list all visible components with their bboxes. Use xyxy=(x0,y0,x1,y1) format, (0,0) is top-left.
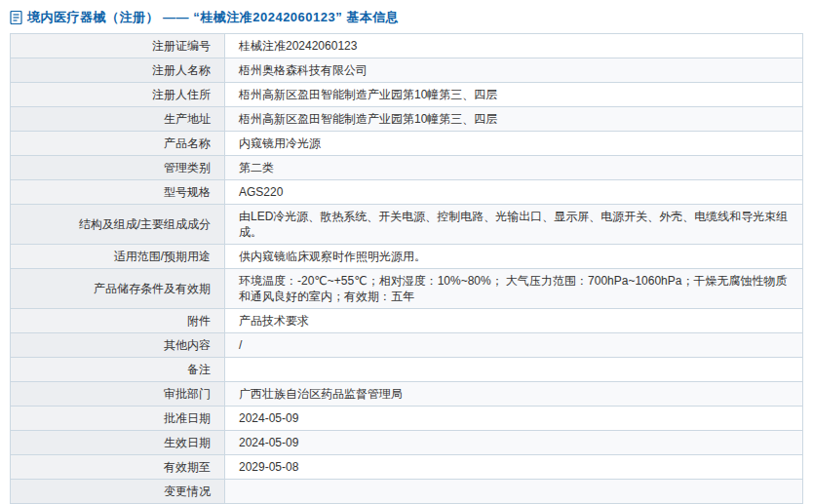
row-value: AGS220 xyxy=(225,180,803,205)
table-row: 型号规格AGS220 xyxy=(11,180,803,205)
table-row: 注册人住所梧州高新区盈田智能制造产业园第10幢第三、四层 xyxy=(11,83,803,107)
table-row: 生产地址梧州高新区盈田智能制造产业园第10幢第三、四层 xyxy=(11,107,803,132)
table-row: 生效日期2024-05-09 xyxy=(11,431,803,455)
row-value: 梧州高新区盈田智能制造产业园第10幢第三、四层 xyxy=(225,83,803,107)
row-label: 适用范围/预期用途 xyxy=(11,245,225,269)
row-label: 其他内容 xyxy=(11,333,225,358)
row-value: 2024-05-09 xyxy=(225,431,803,455)
row-label: 有效期至 xyxy=(11,455,225,480)
table-row: 产品储存条件及有效期环境温度：-20℃~+55℃；相对湿度：10%~80%； 大… xyxy=(11,269,803,309)
table-row: 产品名称内窥镜用冷光源 xyxy=(11,132,803,156)
row-value: 由LED冷光源、散热系统、开关电源、控制电路、光输出口、显示屏、电源开关、外壳、… xyxy=(225,205,803,245)
table-row: 适用范围/预期用途供内窥镜临床观察时作照明光源用。 xyxy=(11,245,803,269)
row-value: 2029-05-08 xyxy=(225,455,803,480)
row-label: 附件 xyxy=(11,309,225,333)
row-value: 第二类 xyxy=(225,156,803,180)
table-row: 备注 xyxy=(11,358,803,382)
table-row: 管理类别第二类 xyxy=(11,156,803,180)
row-label: 生产地址 xyxy=(11,107,225,132)
row-value: 环境温度：-20℃~+55℃；相对湿度：10%~80%； 大气压力范围：700h… xyxy=(225,269,803,309)
row-label: 变更情况 xyxy=(11,480,225,504)
row-value: 桂械注准20242060123 xyxy=(225,34,803,58)
page-header: 境内医疗器械（注册） —— “桂械注准20242060123” 基本信息 xyxy=(0,0,813,33)
row-label: 审批部门 xyxy=(11,382,225,407)
row-label: 注册人名称 xyxy=(11,58,225,83)
info-table-body: 注册证编号桂械注准20242060123注册人名称梧州奥格森科技有限公司注册人住… xyxy=(11,34,803,504)
row-value: 广西壮族自治区药品监督管理局 xyxy=(225,382,803,407)
table-row: 其他内容/ xyxy=(11,333,803,358)
row-label: 产品名称 xyxy=(11,132,225,156)
row-label: 管理类别 xyxy=(11,156,225,180)
row-value: / xyxy=(225,333,803,358)
row-value: 梧州奥格森科技有限公司 xyxy=(225,58,803,83)
row-value: 2024-05-09 xyxy=(225,407,803,431)
page-title: 境内医疗器械（注册） —— “桂械注准20242060123” 基本信息 xyxy=(27,9,399,26)
row-value: 内窥镜用冷光源 xyxy=(225,132,803,156)
table-row: 变更情况 xyxy=(11,480,803,504)
row-label: 生效日期 xyxy=(11,431,225,455)
row-label: 批准日期 xyxy=(11,407,225,431)
row-value: 梧州高新区盈田智能制造产业园第10幢第三、四层 xyxy=(225,107,803,132)
row-value: 产品技术要求 xyxy=(225,309,803,333)
row-label: 注册人住所 xyxy=(11,83,225,107)
registration-info-table: 注册证编号桂械注准20242060123注册人名称梧州奥格森科技有限公司注册人住… xyxy=(10,33,803,504)
row-value xyxy=(225,358,803,382)
table-row: 注册证编号桂械注准20242060123 xyxy=(11,34,803,58)
table-row: 审批部门广西壮族自治区药品监督管理局 xyxy=(11,382,803,407)
row-label: 备注 xyxy=(11,358,225,382)
row-value xyxy=(225,480,803,504)
row-label: 结构及组成/主要组成成分 xyxy=(11,205,225,245)
row-label: 注册证编号 xyxy=(11,34,225,58)
table-row: 结构及组成/主要组成成分由LED冷光源、散热系统、开关电源、控制电路、光输出口、… xyxy=(11,205,803,245)
row-label: 产品储存条件及有效期 xyxy=(11,269,225,309)
document-icon xyxy=(10,11,22,24)
table-row: 有效期至2029-05-08 xyxy=(11,455,803,480)
row-value: 供内窥镜临床观察时作照明光源用。 xyxy=(225,245,803,269)
row-label: 型号规格 xyxy=(11,180,225,205)
table-row: 附件产品技术要求 xyxy=(11,309,803,333)
table-row: 批准日期2024-05-09 xyxy=(11,407,803,431)
table-row: 注册人名称梧州奥格森科技有限公司 xyxy=(11,58,803,83)
